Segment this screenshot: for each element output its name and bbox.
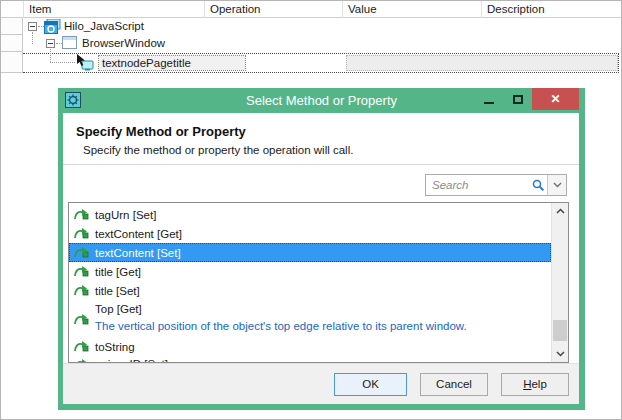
- tree-connector: [32, 32, 33, 44]
- list-item[interactable]: title [Set]: [69, 281, 551, 300]
- dialog-header: Specify Method or Property Specify the m…: [63, 113, 579, 165]
- method-icon: [74, 358, 89, 362]
- list-item-clipped[interactable]: uniqueID [Set]: [69, 356, 551, 362]
- search-box: [425, 174, 567, 196]
- ok-button[interactable]: OK: [334, 373, 407, 396]
- method-icon: [74, 265, 89, 278]
- list-item[interactable]: textContent [Get]: [69, 224, 551, 243]
- search-input[interactable]: [426, 175, 529, 195]
- browser-project-icon: [44, 19, 61, 34]
- search-row: [63, 165, 579, 202]
- help-button[interactable]: Help: [501, 373, 569, 396]
- minimize-button[interactable]: [474, 88, 503, 110]
- list-item[interactable]: toString: [69, 337, 551, 356]
- list-item-label: uniqueID [Set]: [95, 358, 168, 362]
- list-item-label: textContent [Get]: [95, 228, 182, 240]
- list-item[interactable]: title [Get]: [69, 262, 551, 281]
- list-item-label: tagUrn [Set]: [95, 209, 156, 221]
- tree-item-browserwindow[interactable]: BrowserWindow: [82, 37, 165, 49]
- dialog-body: Specify Method or Property Specify the m…: [63, 113, 579, 404]
- list-item-description: The vertical position of the object's to…: [95, 319, 551, 336]
- tree-collapse-toggle[interactable]: [46, 39, 55, 48]
- row-gutter-cell[interactable]: [1, 35, 23, 52]
- tree-connector: [50, 62, 75, 63]
- method-icon: [74, 340, 89, 353]
- tree-item-hilo-javascript[interactable]: Hilo_JavaScript: [64, 20, 144, 32]
- column-header-item[interactable]: Item: [23, 1, 204, 18]
- column-header-operation[interactable]: Operation: [204, 1, 342, 18]
- list-scrollbar[interactable]: [551, 203, 568, 362]
- ok-button-label: OK: [335, 378, 406, 390]
- scrollbar-thumb[interactable]: [553, 320, 567, 341]
- keyword-test-editor: Item Operation Value Description Hilo_Ja…: [0, 0, 622, 420]
- list-item[interactable]: tagUrn [Set]: [69, 205, 551, 224]
- dialog-titlebar[interactable]: Select Method or Property ✕: [58, 88, 585, 113]
- dialog-button-bar: OK Cancel Help: [63, 363, 579, 404]
- list-item-label: Top [Get]: [95, 300, 551, 319]
- method-icon: [74, 208, 89, 221]
- dialog-heading: Specify Method or Property: [76, 124, 566, 139]
- list-item-label: title [Set]: [95, 285, 140, 297]
- list-item-label: textContent [Set]: [95, 247, 181, 259]
- tree-collapse-toggle[interactable]: [28, 22, 37, 31]
- help-button-label: Help: [502, 378, 568, 390]
- list-item-label: title [Get]: [95, 266, 141, 278]
- column-header-description[interactable]: Description: [481, 1, 621, 18]
- search-options-dropdown[interactable]: [547, 175, 566, 195]
- onscreen-object-icon: [75, 54, 94, 71]
- column-header-value[interactable]: Value: [342, 1, 481, 18]
- close-button[interactable]: ✕: [532, 88, 579, 110]
- method-list-items: tagUrn [Set] textContent [Get]: [69, 203, 551, 362]
- search-icon[interactable]: [529, 179, 547, 192]
- scroll-up-icon[interactable]: [552, 203, 568, 219]
- select-method-dialog: Select Method or Property ✕ Specify Meth…: [58, 88, 585, 410]
- selected-item-label-box[interactable]: textnodePagetitle: [98, 55, 246, 71]
- selected-row-value-cell[interactable]: [346, 55, 618, 71]
- method-icon: [74, 227, 89, 240]
- window-icon: [62, 36, 78, 50]
- tree-connector: [50, 49, 51, 62]
- scroll-down-icon[interactable]: [552, 346, 568, 362]
- row-gutter-cell[interactable]: [1, 52, 23, 73]
- maximize-button[interactable]: [503, 88, 532, 110]
- dialog-subheading: Specify the method or property the opera…: [83, 144, 566, 156]
- method-icon: [74, 284, 89, 297]
- list-item-label: toString: [95, 341, 135, 353]
- method-icon: [74, 246, 89, 259]
- list-item-with-description[interactable]: Top [Get] The vertical position of the o…: [69, 300, 551, 337]
- list-item-selected[interactable]: textContent [Set]: [69, 243, 551, 262]
- grid-header: Item Operation Value Description: [1, 1, 621, 18]
- method-list: tagUrn [Set] textContent [Get]: [68, 202, 569, 363]
- method-icon: [74, 313, 89, 326]
- row-gutter-cell[interactable]: [1, 18, 23, 35]
- cancel-button[interactable]: Cancel: [420, 373, 488, 396]
- cancel-button-label: Cancel: [421, 378, 487, 390]
